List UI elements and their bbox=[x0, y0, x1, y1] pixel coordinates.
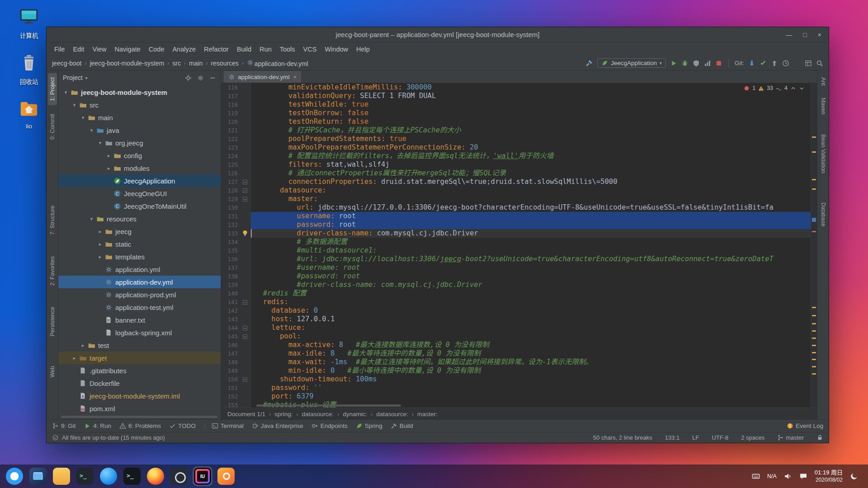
breadcrumb-item[interactable]: src bbox=[172, 60, 181, 67]
stripe-mark[interactable] bbox=[812, 218, 816, 222]
taskbar-app-screen-capture[interactable] bbox=[169, 466, 189, 486]
code-text[interactable]: datasource: bbox=[251, 186, 817, 195]
profiler-button[interactable] bbox=[704, 60, 711, 67]
code-text[interactable]: max-active: 8 #最大连接数据库连接数,设 0 为没有限制 bbox=[251, 341, 817, 349]
tree-item-templates[interactable]: ▸templates bbox=[58, 250, 221, 263]
code-text[interactable]: max-wait: -1ms #最大建立连接等待时间。如果超过此时间将接到异常。… bbox=[251, 358, 817, 366]
tree-item-jeecgapplication[interactable]: JeecgApplication bbox=[58, 174, 221, 187]
editor-breadcrumb-item[interactable]: master: bbox=[417, 411, 438, 418]
status-widget[interactable]: UTF-8 bbox=[712, 434, 728, 441]
menu-item-vcs[interactable]: VCS bbox=[299, 44, 321, 55]
code-text[interactable]: testOnBorrow: false bbox=[251, 109, 817, 117]
stripe-mark[interactable] bbox=[812, 323, 816, 324]
code-line[interactable]: 119 testOnBorrow: false bbox=[221, 109, 817, 117]
code-line[interactable]: 149 min-idle: 0 #最小等待连接中的数量,设 0 为没有限制 bbox=[221, 366, 817, 375]
code-line[interactable]: 118 testWhileIdle: true bbox=[221, 100, 817, 109]
code-text[interactable]: shutdown-timeout: 100ms bbox=[251, 375, 817, 384]
code-line[interactable]: 124 # 配置监控统计拦截的filters，去掉后监控界面sql无法统计，'w… bbox=[221, 152, 817, 160]
fold-marker-icon[interactable]: − bbox=[243, 334, 247, 339]
taskbar-app-launcher[interactable] bbox=[5, 466, 24, 486]
code-text[interactable]: filters: stat,wall,slf4j bbox=[251, 160, 817, 169]
code-text[interactable]: password: '' bbox=[251, 384, 817, 392]
breadcrumb-item[interactable]: jeecg-boot-module-system bbox=[90, 60, 164, 67]
tree-item--gitattributes[interactable]: .gitattributes bbox=[58, 364, 221, 377]
code-line[interactable]: 151 password: '' bbox=[221, 384, 817, 392]
toolwindow-button-9-git[interactable]: 9: Git bbox=[52, 422, 75, 429]
night-mode-icon[interactable] bbox=[850, 472, 858, 480]
code-text[interactable]: poolPreparedStatements: true bbox=[251, 135, 817, 143]
close-tab-icon[interactable]: × bbox=[293, 74, 297, 80]
chevron-right-icon[interactable]: ▸ bbox=[96, 241, 104, 247]
code-text[interactable]: driver-class-name: com.mysql.cj.jdbc.Dri… bbox=[251, 229, 817, 238]
code-line[interactable]: 144− lettuce: bbox=[221, 324, 817, 332]
run-button[interactable] bbox=[670, 60, 677, 67]
tree-item-test[interactable]: ▸test bbox=[58, 339, 221, 352]
status-widget[interactable]: LF bbox=[692, 434, 699, 441]
stripe-mark[interactable] bbox=[812, 345, 816, 346]
code-text[interactable]: password: root bbox=[251, 221, 817, 229]
tool-strip-maven[interactable]: Maven bbox=[819, 94, 828, 119]
stripe-mark[interactable] bbox=[812, 136, 816, 138]
taskbar-app-terminal-dark[interactable] bbox=[122, 466, 142, 486]
taskbar-app-firefox[interactable] bbox=[146, 466, 165, 486]
editor-breadcrumb-item[interactable]: datasource: bbox=[376, 411, 408, 418]
chevron-right-icon[interactable]: ▸ bbox=[105, 165, 113, 171]
code-text[interactable]: #username: root bbox=[251, 263, 817, 272]
code-line[interactable]: 125 filters: stat,wall,slf4j bbox=[221, 160, 817, 169]
vcs-update-button[interactable] bbox=[748, 60, 755, 67]
tool-strip-ant[interactable]: Ant bbox=[819, 73, 828, 90]
commit-button[interactable] bbox=[760, 60, 767, 67]
taskbar-app-app-store-blue[interactable] bbox=[99, 466, 118, 486]
stripe-mark[interactable] bbox=[812, 179, 816, 180]
maximize-button[interactable]: □ bbox=[803, 31, 807, 38]
code-line[interactable]: 137 #username: root bbox=[221, 263, 817, 272]
code-line[interactable]: 142 database: 0 bbox=[221, 306, 817, 315]
tool-strip-0-commit[interactable]: 0: Commit bbox=[48, 110, 57, 144]
code-text[interactable]: lettuce: bbox=[251, 324, 817, 332]
code-text[interactable]: # 打开PSCache，并且指定每个连接上PSCache的大小 bbox=[251, 126, 817, 135]
search-everywhere-button[interactable] bbox=[816, 60, 823, 67]
chevron-right-icon[interactable]: ▸ bbox=[96, 229, 104, 235]
code-text[interactable]: testWhileIdle: true bbox=[251, 100, 817, 109]
chevron-right-icon[interactable]: ▸ bbox=[105, 153, 113, 159]
tree-item-application-dev-yml[interactable]: application-dev.yml bbox=[58, 276, 221, 288]
clock[interactable]: 01:19 周日 2020/08/02 bbox=[815, 469, 843, 483]
code-text[interactable]: # 配置监控统计拦截的filters，去掉后监控界面sql无法统计，'wall'… bbox=[251, 152, 817, 160]
settings-gear-icon[interactable] bbox=[197, 75, 204, 81]
editor-breadcrumb-item[interactable]: spring: bbox=[274, 411, 293, 418]
speaker-icon[interactable] bbox=[784, 472, 792, 480]
fold-marker-icon[interactable]: − bbox=[243, 180, 247, 184]
code-line[interactable]: 132 password: root bbox=[221, 221, 817, 229]
coverage-button[interactable] bbox=[693, 60, 700, 67]
menu-item-file[interactable]: File bbox=[50, 44, 69, 55]
stripe-mark[interactable] bbox=[812, 151, 816, 153]
toolwindow-button-java-enterprise[interactable]: Java Enterprise bbox=[252, 422, 303, 429]
code-text[interactable]: minEvictableIdleTimeMillis: 300000 bbox=[251, 83, 817, 92]
stripe-mark[interactable] bbox=[812, 352, 816, 353]
tool-strip-1-project[interactable]: 1: Project bbox=[48, 73, 57, 105]
fold-marker-icon[interactable]: − bbox=[243, 326, 247, 330]
tree-item-jeecg-boot-module-system-iml[interactable]: jeecg-boot-module-system.iml bbox=[58, 389, 221, 402]
stripe-mark[interactable] bbox=[812, 366, 816, 367]
taskbar-app-intellij-idea[interactable] bbox=[193, 466, 212, 486]
code-line[interactable]: 139 #driver-class-name: com.mysql.cj.jdb… bbox=[221, 281, 817, 289]
code-text[interactable]: min-idle: 0 #最小等待连接中的数量,设 0 为没有限制 bbox=[251, 366, 817, 375]
desktop-icon-lio[interactable]: lio bbox=[10, 99, 48, 130]
fold-marker-icon[interactable]: − bbox=[243, 188, 247, 193]
desktop-icon-计算机[interactable]: 计算机 bbox=[10, 6, 48, 40]
chevron-right-icon[interactable]: ▸ bbox=[79, 343, 87, 348]
tree-item-jeecgonegui[interactable]: CJeecgOneGUI bbox=[58, 187, 221, 200]
code-line[interactable]: 122 poolPreparedStatements: true bbox=[221, 135, 817, 143]
menu-item-view[interactable]: View bbox=[88, 44, 110, 55]
tree-item-modules[interactable]: ▸modules bbox=[58, 162, 221, 174]
code-text[interactable]: pool: bbox=[251, 332, 817, 341]
tree-item-banner-txt[interactable]: banner.txt bbox=[58, 314, 221, 326]
taskbar-app-music-orange[interactable] bbox=[216, 466, 236, 486]
code-line[interactable]: 128− datasource: bbox=[221, 186, 817, 195]
project-panel-title[interactable]: Project bbox=[63, 74, 83, 81]
chevron-down-icon[interactable]: ▾ bbox=[88, 216, 95, 222]
menu-item-analyze[interactable]: Analyze bbox=[168, 44, 200, 55]
code-text[interactable]: url: jdbc:mysql://127.0.0.1:3306/jeecg-b… bbox=[251, 203, 817, 212]
stripe-mark[interactable] bbox=[812, 231, 816, 232]
menu-item-edit[interactable]: Edit bbox=[69, 44, 88, 55]
